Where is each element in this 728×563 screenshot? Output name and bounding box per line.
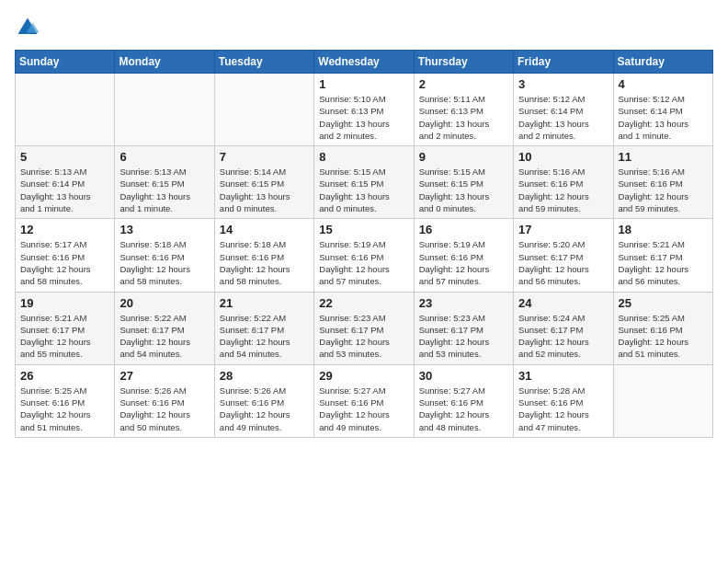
calendar-cell: 30Sunrise: 5:27 AMSunset: 6:16 PMDayligh… bbox=[414, 364, 513, 437]
day-info: Sunrise: 5:21 AMSunset: 6:17 PMDaylight:… bbox=[20, 312, 109, 361]
day-info: Sunrise: 5:23 AMSunset: 6:17 PMDaylight:… bbox=[319, 312, 408, 361]
day-number: 26 bbox=[20, 369, 109, 383]
day-number: 16 bbox=[419, 223, 508, 236]
day-info: Sunrise: 5:21 AMSunset: 6:17 PMDaylight:… bbox=[619, 238, 708, 287]
day-number: 17 bbox=[518, 223, 608, 236]
weekday-header-row: SundayMondayTuesdayWednesdayThursdayFrid… bbox=[16, 51, 713, 74]
calendar-cell: 15Sunrise: 5:19 AMSunset: 6:16 PMDayligh… bbox=[314, 219, 414, 292]
day-number: 31 bbox=[518, 369, 608, 383]
calendar-cell: 12Sunrise: 5:17 AMSunset: 6:16 PMDayligh… bbox=[16, 219, 115, 292]
calendar-cell: 21Sunrise: 5:22 AMSunset: 6:17 PMDayligh… bbox=[214, 292, 313, 364]
day-info: Sunrise: 5:22 AMSunset: 6:17 PMDaylight:… bbox=[220, 312, 309, 361]
calendar-cell: 4Sunrise: 5:12 AMSunset: 6:14 PMDaylight… bbox=[613, 74, 712, 146]
weekday-header-friday: Friday bbox=[514, 51, 613, 74]
day-number: 29 bbox=[319, 369, 408, 383]
weekday-header-wednesday: Wednesday bbox=[314, 51, 414, 74]
day-number: 6 bbox=[119, 150, 209, 164]
day-info: Sunrise: 5:13 AMSunset: 6:15 PMDaylight:… bbox=[119, 166, 209, 214]
calendar-cell: 6Sunrise: 5:13 AMSunset: 6:15 PMDaylight… bbox=[115, 146, 214, 219]
calendar-cell: 2Sunrise: 5:11 AMSunset: 6:13 PMDaylight… bbox=[414, 74, 513, 146]
calendar-cell: 23Sunrise: 5:23 AMSunset: 6:17 PMDayligh… bbox=[414, 292, 513, 364]
calendar-week-row-1: 1Sunrise: 5:10 AMSunset: 6:13 PMDaylight… bbox=[16, 74, 713, 146]
day-number: 2 bbox=[419, 77, 508, 91]
calendar-cell bbox=[613, 364, 712, 437]
calendar-cell: 16Sunrise: 5:19 AMSunset: 6:16 PMDayligh… bbox=[414, 219, 513, 292]
day-info: Sunrise: 5:22 AMSunset: 6:17 PMDaylight:… bbox=[119, 312, 209, 361]
day-info: Sunrise: 5:26 AMSunset: 6:16 PMDaylight:… bbox=[119, 385, 209, 433]
day-info: Sunrise: 5:27 AMSunset: 6:16 PMDaylight:… bbox=[419, 385, 508, 433]
day-number: 18 bbox=[619, 223, 708, 236]
day-info: Sunrise: 5:16 AMSunset: 6:16 PMDaylight:… bbox=[619, 166, 708, 214]
day-number: 4 bbox=[619, 77, 708, 91]
day-info: Sunrise: 5:18 AMSunset: 6:16 PMDaylight:… bbox=[220, 238, 309, 287]
calendar-week-row-4: 19Sunrise: 5:21 AMSunset: 6:17 PMDayligh… bbox=[16, 292, 713, 364]
day-number: 25 bbox=[619, 296, 708, 310]
calendar-cell: 18Sunrise: 5:21 AMSunset: 6:17 PMDayligh… bbox=[613, 219, 712, 292]
calendar-cell: 9Sunrise: 5:15 AMSunset: 6:15 PMDaylight… bbox=[414, 146, 513, 219]
day-info: Sunrise: 5:25 AMSunset: 6:16 PMDaylight:… bbox=[619, 312, 708, 361]
day-info: Sunrise: 5:10 AMSunset: 6:13 PMDaylight:… bbox=[319, 93, 408, 142]
day-info: Sunrise: 5:17 AMSunset: 6:16 PMDaylight:… bbox=[20, 238, 109, 287]
day-number: 9 bbox=[419, 150, 508, 164]
day-info: Sunrise: 5:19 AMSunset: 6:16 PMDaylight:… bbox=[419, 238, 508, 287]
calendar-cell: 28Sunrise: 5:26 AMSunset: 6:16 PMDayligh… bbox=[214, 364, 313, 437]
weekday-header-saturday: Saturday bbox=[613, 51, 712, 74]
calendar-cell bbox=[115, 74, 214, 146]
calendar-cell: 8Sunrise: 5:15 AMSunset: 6:15 PMDaylight… bbox=[314, 146, 414, 219]
day-number: 28 bbox=[220, 369, 309, 383]
calendar-cell: 7Sunrise: 5:14 AMSunset: 6:15 PMDaylight… bbox=[214, 146, 313, 219]
calendar-cell: 11Sunrise: 5:16 AMSunset: 6:16 PMDayligh… bbox=[613, 146, 712, 219]
weekday-header-monday: Monday bbox=[115, 51, 214, 74]
day-info: Sunrise: 5:18 AMSunset: 6:16 PMDaylight:… bbox=[119, 238, 209, 287]
day-number: 30 bbox=[419, 369, 508, 383]
day-number: 12 bbox=[20, 223, 109, 236]
calendar-cell: 31Sunrise: 5:28 AMSunset: 6:16 PMDayligh… bbox=[514, 364, 613, 437]
calendar-table: SundayMondayTuesdayWednesdayThursdayFrid… bbox=[15, 50, 713, 438]
calendar-cell: 25Sunrise: 5:25 AMSunset: 6:16 PMDayligh… bbox=[613, 292, 712, 364]
logo bbox=[15, 15, 44, 40]
day-number: 23 bbox=[419, 296, 508, 310]
day-info: Sunrise: 5:26 AMSunset: 6:16 PMDaylight:… bbox=[220, 385, 309, 433]
day-info: Sunrise: 5:12 AMSunset: 6:14 PMDaylight:… bbox=[619, 93, 708, 142]
calendar-week-row-2: 5Sunrise: 5:13 AMSunset: 6:14 PMDaylight… bbox=[16, 146, 713, 219]
weekday-header-thursday: Thursday bbox=[414, 51, 513, 74]
calendar-cell: 20Sunrise: 5:22 AMSunset: 6:17 PMDayligh… bbox=[115, 292, 214, 364]
day-info: Sunrise: 5:11 AMSunset: 6:13 PMDaylight:… bbox=[419, 93, 508, 142]
logo-icon bbox=[15, 15, 40, 40]
day-number: 13 bbox=[119, 223, 209, 236]
calendar-cell bbox=[214, 74, 313, 146]
day-info: Sunrise: 5:20 AMSunset: 6:17 PMDaylight:… bbox=[518, 238, 608, 287]
calendar-cell: 17Sunrise: 5:20 AMSunset: 6:17 PMDayligh… bbox=[514, 219, 613, 292]
day-number: 14 bbox=[220, 223, 309, 236]
calendar-cell: 19Sunrise: 5:21 AMSunset: 6:17 PMDayligh… bbox=[16, 292, 115, 364]
day-number: 10 bbox=[518, 150, 608, 164]
day-number: 20 bbox=[119, 296, 209, 310]
weekday-header-tuesday: Tuesday bbox=[214, 51, 313, 74]
day-info: Sunrise: 5:25 AMSunset: 6:16 PMDaylight:… bbox=[20, 385, 109, 433]
day-info: Sunrise: 5:12 AMSunset: 6:14 PMDaylight:… bbox=[518, 93, 608, 142]
day-info: Sunrise: 5:14 AMSunset: 6:15 PMDaylight:… bbox=[220, 166, 309, 214]
calendar-cell: 13Sunrise: 5:18 AMSunset: 6:16 PMDayligh… bbox=[115, 219, 214, 292]
day-number: 21 bbox=[220, 296, 309, 310]
day-number: 19 bbox=[20, 296, 109, 310]
day-number: 8 bbox=[319, 150, 408, 164]
day-number: 27 bbox=[119, 369, 209, 383]
calendar-week-row-3: 12Sunrise: 5:17 AMSunset: 6:16 PMDayligh… bbox=[16, 219, 713, 292]
calendar-cell: 29Sunrise: 5:27 AMSunset: 6:16 PMDayligh… bbox=[314, 364, 414, 437]
calendar-cell: 27Sunrise: 5:26 AMSunset: 6:16 PMDayligh… bbox=[115, 364, 214, 437]
day-info: Sunrise: 5:13 AMSunset: 6:14 PMDaylight:… bbox=[20, 166, 109, 214]
calendar-cell: 5Sunrise: 5:13 AMSunset: 6:14 PMDaylight… bbox=[16, 146, 115, 219]
day-info: Sunrise: 5:16 AMSunset: 6:16 PMDaylight:… bbox=[518, 166, 608, 214]
calendar-cell bbox=[16, 74, 115, 146]
day-number: 24 bbox=[518, 296, 608, 310]
calendar-cell: 14Sunrise: 5:18 AMSunset: 6:16 PMDayligh… bbox=[214, 219, 313, 292]
calendar-week-row-5: 26Sunrise: 5:25 AMSunset: 6:16 PMDayligh… bbox=[16, 364, 713, 437]
day-number: 15 bbox=[319, 223, 408, 236]
day-number: 3 bbox=[518, 77, 608, 91]
day-info: Sunrise: 5:19 AMSunset: 6:16 PMDaylight:… bbox=[319, 238, 408, 287]
calendar-cell: 1Sunrise: 5:10 AMSunset: 6:13 PMDaylight… bbox=[314, 74, 414, 146]
calendar-cell: 3Sunrise: 5:12 AMSunset: 6:14 PMDaylight… bbox=[514, 74, 613, 146]
day-number: 5 bbox=[20, 150, 109, 164]
day-info: Sunrise: 5:24 AMSunset: 6:17 PMDaylight:… bbox=[518, 312, 608, 361]
day-number: 7 bbox=[220, 150, 309, 164]
